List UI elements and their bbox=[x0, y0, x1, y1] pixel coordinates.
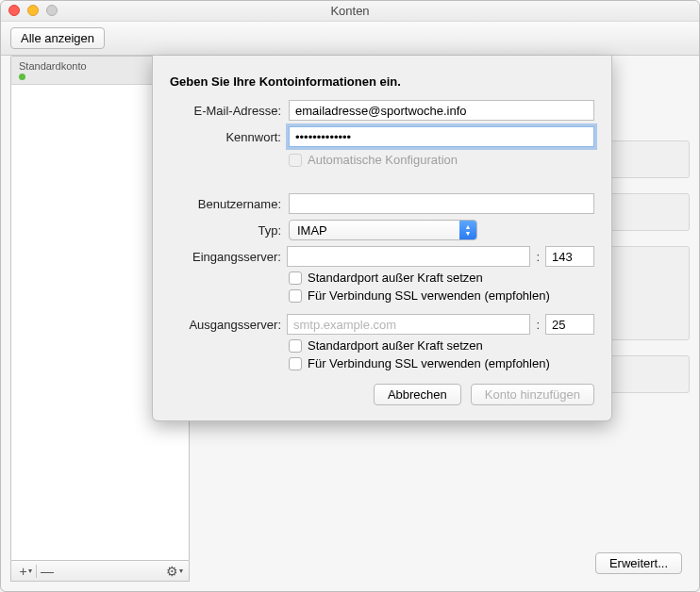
outgoing-override-port-checkbox[interactable] bbox=[289, 339, 302, 353]
show-all-button[interactable]: Alle anzeigen bbox=[10, 27, 105, 49]
type-value: IMAP bbox=[297, 223, 327, 238]
email-field[interactable] bbox=[289, 100, 594, 121]
type-select[interactable]: IMAP ▲▼ bbox=[289, 220, 477, 240]
cancel-button[interactable]: Abbrechen bbox=[374, 384, 461, 405]
incoming-ssl-row[interactable]: Für Verbindung SSL verwenden (empfohlen) bbox=[289, 288, 594, 303]
outgoing-ssl-row[interactable]: Für Verbindung SSL verwenden (empfohlen) bbox=[289, 356, 594, 370]
actions-menu-button[interactable]: ⚙▾ bbox=[164, 561, 185, 581]
email-label: E-Mail-Adresse: bbox=[170, 104, 281, 118]
incoming-port-field[interactable] bbox=[545, 246, 594, 267]
outgoing-server-field[interactable] bbox=[287, 314, 530, 335]
window-controls bbox=[8, 5, 58, 16]
incoming-ssl-checkbox[interactable] bbox=[289, 289, 302, 303]
auto-config-checkbox bbox=[289, 154, 302, 167]
incoming-override-port-row[interactable]: Standardport außer Kraft setzen bbox=[289, 271, 594, 285]
sheet-title: Geben Sie Ihre Kontoinformationen ein. bbox=[170, 74, 594, 89]
titlebar: Konten bbox=[1, 1, 699, 22]
username-field[interactable] bbox=[289, 193, 594, 214]
zoom-button[interactable] bbox=[46, 5, 58, 16]
incoming-override-port-checkbox[interactable] bbox=[289, 271, 302, 285]
gear-icon: ⚙ bbox=[166, 564, 178, 579]
advanced-button[interactable]: Erweitert... bbox=[595, 552, 682, 574]
outgoing-override-port-row[interactable]: Standardport außer Kraft setzen bbox=[289, 338, 594, 353]
status-indicator-icon bbox=[19, 74, 25, 80]
auto-config-label: Automatische Konfiguration bbox=[308, 153, 458, 167]
port-separator: : bbox=[536, 318, 540, 332]
type-label: Typ: bbox=[170, 223, 281, 238]
incoming-override-port-label: Standardport außer Kraft setzen bbox=[308, 271, 483, 285]
incoming-server-label: Eingangsserver: bbox=[170, 250, 281, 264]
chevron-updown-icon: ▲▼ bbox=[459, 221, 476, 239]
minimize-button[interactable] bbox=[27, 5, 39, 16]
window-title: Konten bbox=[330, 4, 369, 18]
add-account-confirm-button[interactable]: Konto hinzufügen bbox=[471, 384, 594, 405]
outgoing-override-port-label: Standardport außer Kraft setzen bbox=[308, 338, 483, 353]
password-label: Kennwort: bbox=[170, 130, 281, 144]
sidebar-footer: +▾ — ⚙▾ bbox=[10, 561, 190, 582]
incoming-ssl-label: Für Verbindung SSL verwenden (empfohlen) bbox=[308, 288, 550, 303]
auto-config-row: Automatische Konfiguration bbox=[289, 153, 594, 167]
username-label: Benutzername: bbox=[170, 197, 281, 211]
remove-account-button[interactable]: — bbox=[37, 561, 58, 581]
password-field[interactable] bbox=[289, 126, 594, 147]
toolbar: Alle anzeigen bbox=[1, 22, 699, 56]
outgoing-port-field[interactable] bbox=[545, 314, 594, 335]
add-account-sheet: Geben Sie Ihre Kontoinformationen ein. E… bbox=[152, 56, 612, 421]
outgoing-server-label: Ausgangsserver: bbox=[170, 318, 281, 332]
incoming-server-field[interactable] bbox=[287, 246, 530, 267]
outgoing-ssl-checkbox[interactable] bbox=[289, 357, 302, 370]
port-separator: : bbox=[536, 250, 540, 264]
outgoing-ssl-label: Für Verbindung SSL verwenden (empfohlen) bbox=[308, 356, 550, 370]
add-account-button[interactable]: +▾ bbox=[15, 561, 36, 581]
preferences-window: Konten Alle anzeigen Standardkonto +▾ — … bbox=[0, 0, 700, 592]
close-button[interactable] bbox=[8, 5, 20, 16]
